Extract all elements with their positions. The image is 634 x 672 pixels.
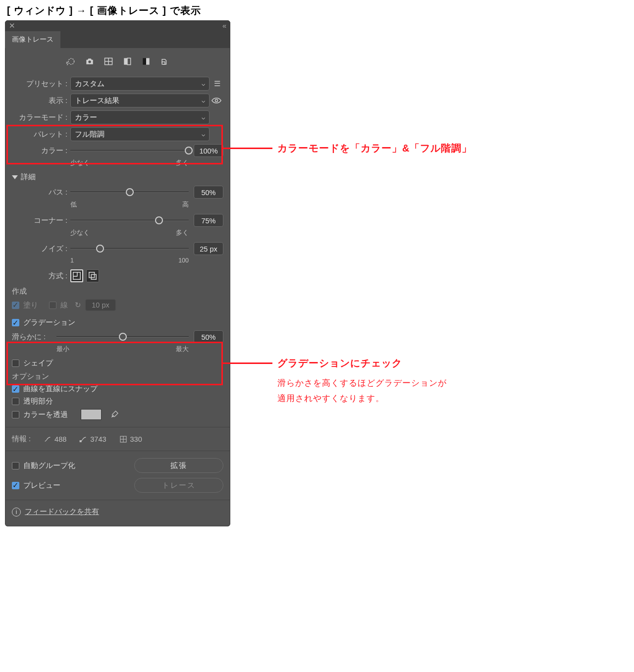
callout-color-mode: カラーモードを「カラー」&「フル階調」 <box>223 142 472 155</box>
snap-checkbox[interactable]: ✓ <box>12 385 19 393</box>
details-label: 詳細 <box>21 172 36 182</box>
options-section-label: オプション <box>12 372 223 381</box>
smooth-label: 滑らかに : <box>12 332 56 342</box>
shape-checkbox[interactable] <box>12 360 19 367</box>
view-select[interactable]: トレース結果 ⌵ <box>70 94 210 107</box>
svg-point-8 <box>215 100 218 102</box>
chevron-down-icon: ⌵ <box>202 131 205 138</box>
transparent-checkbox[interactable] <box>12 398 19 405</box>
fill-checkbox: ✓ <box>12 302 19 309</box>
camera-icon[interactable] <box>83 56 96 67</box>
noise-max: 100 <box>178 257 189 264</box>
preset-label: プリセット : <box>12 79 70 89</box>
corners-max: 多く <box>176 229 189 237</box>
triangle-down-icon <box>12 175 18 179</box>
eye-icon[interactable] <box>210 97 223 104</box>
paths-min: 低 <box>70 201 77 209</box>
callout-text-1: カラーモードを「カラー」&「フル階調」 <box>277 142 472 155</box>
callout-text-2: グラデーションにチェック <box>277 357 447 370</box>
chevron-down-icon: ⌵ <box>202 97 205 104</box>
details-disclose[interactable]: 詳細 <box>12 172 223 182</box>
color-mode-value: カラー <box>75 113 97 122</box>
view-value: トレース結果 <box>75 96 119 105</box>
preview-label: プレビュー <box>23 481 60 490</box>
stroke-width-value: 10 px <box>85 299 116 311</box>
paths-slider[interactable] <box>70 192 189 193</box>
gradient-checkbox[interactable]: ✓ <box>12 319 19 326</box>
svg-rect-3 <box>124 58 127 64</box>
collapse-icon[interactable]: « <box>222 22 226 30</box>
color-swatch[interactable] <box>81 409 102 420</box>
feedback-link[interactable]: フィードバックを共有 <box>25 507 99 517</box>
color-slider-max: 多く <box>176 159 189 167</box>
preset-icon-row <box>12 56 223 67</box>
method-label: 方式 : <box>12 271 70 281</box>
corners-value[interactable]: 75% <box>194 214 223 227</box>
info-colors: 330 <box>119 435 142 443</box>
corners-slider[interactable] <box>70 220 189 221</box>
auto-group-label: 自動グループ化 <box>23 461 75 470</box>
svg-point-0 <box>68 58 74 64</box>
color6-icon[interactable] <box>102 56 115 67</box>
palette-select[interactable]: フル階調 ⌵ <box>70 127 210 141</box>
stroke-checkbox <box>49 302 56 309</box>
svg-rect-5 <box>143 58 146 64</box>
paths-label: パス : <box>12 188 70 197</box>
corners-min: 少なく <box>70 229 90 237</box>
svg-rect-6 <box>146 58 150 64</box>
panel-titlebar: ✕ « <box>5 20 230 31</box>
trace-button: トレース <box>134 478 223 493</box>
image-trace-panel: ✕ « 画像トレース プリセット : カスタム ⌵ <box>5 20 230 526</box>
method-abutting-button[interactable] <box>70 269 83 282</box>
corners-label: コーナー : <box>12 216 70 225</box>
info-paths: 488 <box>44 435 66 443</box>
preset-menu-icon[interactable]: ☰ <box>210 80 223 88</box>
color-slider-min: 少なく <box>70 159 90 167</box>
color-through-checkbox[interactable] <box>12 411 19 418</box>
tab-image-trace[interactable]: 画像トレース <box>5 31 60 48</box>
tab-bar: 画像トレース <box>5 31 230 48</box>
bw-icon[interactable] <box>140 56 153 67</box>
view-label: 表示 : <box>12 96 70 105</box>
svg-rect-9 <box>73 272 80 279</box>
transparent-label: 透明部分 <box>23 397 53 406</box>
smooth-slider[interactable] <box>56 336 189 337</box>
color-slider-value[interactable]: 100% <box>194 144 223 157</box>
color-slider-label: カラー : <box>12 146 70 155</box>
svg-rect-10 <box>89 272 95 278</box>
noise-min: 1 <box>70 257 74 264</box>
method-overlapping-button[interactable] <box>86 269 99 282</box>
snap-label: 曲線を直線にスナップ <box>23 384 98 394</box>
eyedropper-icon[interactable] <box>110 410 119 420</box>
svg-rect-7 <box>162 62 165 64</box>
create-section-label: 作成 <box>12 287 223 296</box>
noise-slider[interactable] <box>70 248 189 249</box>
grayscale-icon[interactable] <box>121 56 134 67</box>
auto-group-checkbox[interactable] <box>12 462 19 469</box>
preset-select[interactable]: カスタム ⌵ <box>70 77 210 91</box>
smooth-value[interactable]: 50% <box>194 330 223 343</box>
paths-max: 高 <box>182 201 189 209</box>
auto-trace-icon[interactable] <box>64 56 77 67</box>
outline-icon[interactable] <box>158 56 171 67</box>
color-slider[interactable] <box>70 150 189 151</box>
palette-label: パレット : <box>12 130 70 139</box>
stroke-link-icon: ↻ <box>75 301 81 309</box>
noise-value[interactable]: 25 px <box>194 242 223 255</box>
stroke-label: 線 <box>60 301 68 310</box>
chevron-down-icon: ⌵ <box>202 80 205 87</box>
preview-checkbox[interactable]: ✓ <box>12 482 19 489</box>
smooth-min: 最小 <box>56 345 69 354</box>
shape-label: シェイプ <box>23 359 53 368</box>
info-label: 情報 : <box>12 434 31 444</box>
callout-sub-2: 滑らかさを高くするほどグラデーションが 適用されやすくなります。 <box>277 376 447 406</box>
callout-gradient: グラデーションにチェック 滑らかさを高くするほどグラデーションが 適用されやすく… <box>223 357 447 406</box>
info-anchors: 3743 <box>79 435 106 443</box>
svg-point-1 <box>88 60 91 63</box>
paths-value[interactable]: 50% <box>194 186 223 199</box>
close-icon[interactable]: ✕ <box>9 22 15 30</box>
svg-rect-11 <box>91 274 96 279</box>
expand-button[interactable]: 拡張 <box>134 458 223 473</box>
color-mode-select[interactable]: カラー ⌵ <box>70 110 210 124</box>
svg-rect-4 <box>127 58 131 64</box>
